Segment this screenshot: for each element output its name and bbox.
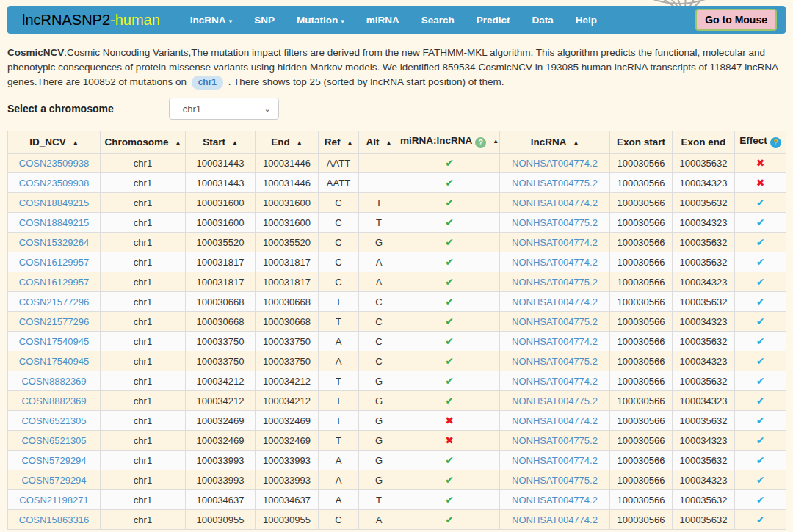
cell-ref: C (319, 193, 359, 213)
column-header-mirna-lncrna[interactable]: miRNA:lncRNA?▲ (399, 131, 500, 153)
nav-item-data[interactable]: Data (521, 7, 565, 33)
ncv-link[interactable]: COSN5729294 (21, 455, 86, 466)
ncv-link[interactable]: COSN17540945 (19, 356, 89, 367)
cell-end: 100033750 (256, 332, 319, 351)
lncrna-link[interactable]: NONHSAT004774.2 (512, 376, 598, 387)
cell-ref: C (319, 213, 359, 233)
ncv-link[interactable]: COSN16129957 (19, 257, 89, 268)
cell-exon-end: 100035632 (673, 252, 735, 272)
cell-alt: G (359, 470, 399, 490)
column-header-end[interactable]: End▲ (256, 131, 319, 153)
ncv-link[interactable]: COSN15863316 (19, 514, 89, 525)
nav-item-mutation[interactable]: Mutation▾ (286, 7, 355, 33)
check-icon: ✔ (756, 514, 765, 525)
lncrna-link[interactable]: NONHSAT004774.2 (512, 455, 598, 466)
lncrna-link[interactable]: NONHSAT004774.2 (512, 197, 598, 208)
cell-alt: G (359, 431, 399, 451)
lncrna-link[interactable]: NONHSAT004774.2 (512, 257, 598, 268)
cell-start: 100033750 (186, 351, 256, 371)
help-icon[interactable]: ? (475, 137, 486, 148)
cell-lncrna: NONHSAT004774.2 (500, 193, 610, 213)
check-icon: ✔ (756, 197, 765, 208)
ncv-link[interactable]: COSN6521305 (21, 415, 86, 426)
lncrna-link[interactable]: NONHSAT004775.2 (512, 435, 598, 446)
ncv-link[interactable]: COSN18849215 (19, 197, 89, 208)
cell-effect: ✔ (735, 351, 786, 371)
cell-mirna-lncrna: ✔ (399, 213, 500, 233)
cell-alt: C (359, 312, 399, 332)
cell-effect: ✔ (735, 312, 786, 332)
ncv-link[interactable]: COSN16129957 (19, 277, 89, 288)
cell-effect: ✖ (735, 173, 786, 193)
lncrna-link[interactable]: NONHSAT004775.2 (512, 178, 598, 189)
lncrna-link[interactable]: NONHSAT004775.2 (512, 356, 598, 367)
cell-chromosome: chr1 (101, 193, 186, 213)
chromosome-selector-label: Select a chromosome (7, 103, 114, 114)
column-header-exon-start: Exon start (610, 131, 673, 153)
nav-item-lncrna[interactable]: lncRNA▾ (179, 7, 243, 33)
cell-mirna-lncrna: ✔ (399, 490, 500, 510)
help-icon[interactable]: ? (770, 137, 781, 148)
lncrna-link[interactable]: NONHSAT004775.2 (512, 277, 598, 288)
ncv-link[interactable]: COSN21577296 (19, 316, 89, 327)
nav-item-mirna[interactable]: miRNA (355, 7, 410, 33)
cell-effect: ✔ (735, 510, 786, 530)
cell-ref: T (319, 371, 359, 391)
cell-end: 100030955 (256, 510, 319, 530)
check-icon: ✔ (445, 395, 454, 407)
ncv-link[interactable]: COSN6521305 (21, 435, 86, 446)
lncrna-link[interactable]: NONHSAT004774.2 (512, 158, 598, 169)
column-header-chromosome[interactable]: Chromosome▲ (101, 131, 186, 153)
ncv-link[interactable]: COSN21577296 (19, 296, 89, 307)
cell-mirna-lncrna: ✖ (399, 411, 500, 431)
cell-chromosome: chr1 (101, 510, 186, 530)
column-header-id-ncv[interactable]: ID_NCV▲ (8, 131, 101, 153)
lncrna-link[interactable]: NONHSAT004775.2 (512, 396, 598, 407)
cell-exon-end: 100034323 (673, 431, 735, 451)
nav-item-snp[interactable]: SNP (243, 7, 286, 33)
cell-exon-end: 100034323 (673, 312, 735, 332)
table-row: COSN6521305chr1100032469100032469TG✖NONH… (8, 431, 786, 451)
cell-exon-end: 100034323 (673, 173, 735, 193)
cell-exon-start: 100030566 (610, 252, 673, 272)
cell-exon-start: 100030566 (610, 470, 673, 490)
sort-asc-icon: ▲ (175, 139, 181, 146)
nav-item-predict[interactable]: Predict (466, 7, 521, 33)
column-header-ref[interactable]: Ref▲ (319, 131, 359, 153)
lncrna-link[interactable]: NONHSAT004774.2 (512, 514, 598, 525)
cell-id-ncv: COSN5729294 (8, 451, 101, 470)
ncv-link[interactable]: COSN17540945 (19, 336, 89, 347)
lncrna-link[interactable]: NONHSAT004775.2 (512, 217, 598, 228)
cell-lncrna: NONHSAT004774.2 (500, 411, 610, 431)
lncrna-link[interactable]: NONHSAT004775.2 (512, 475, 598, 486)
ncv-link[interactable]: COSN15329264 (19, 237, 89, 248)
lncrna-link[interactable]: NONHSAT004775.2 (512, 316, 598, 327)
column-header-alt[interactable]: Alt▲ (359, 131, 399, 153)
lncrna-link[interactable]: NONHSAT004774.2 (512, 336, 598, 347)
lncrna-link[interactable]: NONHSAT004774.2 (512, 296, 598, 307)
cell-end: 100031446 (256, 153, 319, 173)
nav-item-search[interactable]: Search (410, 7, 466, 33)
lncrna-link[interactable]: NONHSAT004774.2 (512, 237, 598, 248)
chromosome-select-value: chr1 (183, 103, 201, 114)
go-to-mouse-button[interactable]: Go to Mouse (695, 9, 777, 31)
ncv-link[interactable]: COSN5729294 (21, 475, 86, 486)
lncrna-link[interactable]: NONHSAT004774.2 (512, 495, 598, 506)
ncv-link[interactable]: COSN18849215 (19, 217, 89, 228)
check-icon: ✔ (445, 256, 454, 268)
ncv-link[interactable]: COSN23509938 (19, 178, 89, 189)
lncrna-link[interactable]: NONHSAT004774.2 (512, 415, 598, 426)
check-icon: ✔ (756, 415, 765, 426)
cell-chromosome: chr1 (101, 371, 186, 391)
column-header-start[interactable]: Start▲ (186, 131, 256, 153)
nav-item-help[interactable]: Help (565, 7, 608, 33)
ncv-link[interactable]: COSN21198271 (19, 495, 88, 506)
cell-exon-start: 100030566 (610, 213, 673, 233)
chromosome-select[interactable]: chr1 ⌄ (169, 98, 279, 120)
ncv-link[interactable]: COSN8882369 (21, 396, 86, 407)
cell-ref: A (319, 332, 359, 351)
ncv-link[interactable]: COSN8882369 (21, 376, 86, 387)
column-header-lncrna[interactable]: lncRNA▲ (500, 131, 610, 153)
ncv-link[interactable]: COSN23509938 (19, 158, 89, 169)
cell-exon-start: 100030566 (610, 371, 673, 391)
